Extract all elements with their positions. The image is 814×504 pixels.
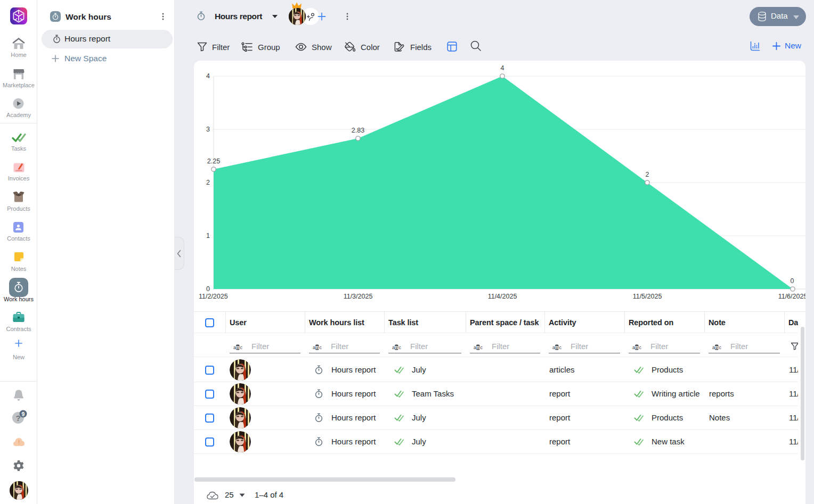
svg-text:c: c xyxy=(559,345,562,350)
svg-text:B: B xyxy=(236,345,239,350)
svg-text:B: B xyxy=(555,345,558,350)
svg-text:c: c xyxy=(719,345,722,350)
svg-text:9: 9 xyxy=(22,411,25,417)
svg-text:B: B xyxy=(635,345,638,350)
svg-text:B: B xyxy=(315,345,319,350)
svg-text:B: B xyxy=(476,345,479,350)
svg-text:c: c xyxy=(320,345,322,350)
svg-text:B: B xyxy=(715,345,718,350)
svg-text:!: ! xyxy=(18,439,20,445)
svg-text:c: c xyxy=(639,345,642,350)
svg-text:B: B xyxy=(395,345,398,350)
svg-text:c: c xyxy=(240,345,243,350)
svg-text:c: c xyxy=(481,345,483,350)
svg-text:c: c xyxy=(399,345,402,350)
